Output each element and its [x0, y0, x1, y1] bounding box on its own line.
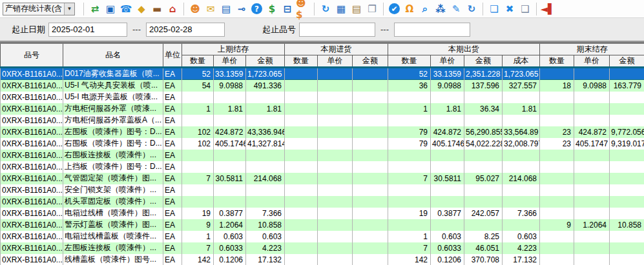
lock-key-icon[interactable]: ◆: [134, 2, 149, 16]
cell-in-2: [353, 80, 388, 92]
cell-out-0: [388, 115, 431, 126]
date-to-input[interactable]: [146, 23, 225, 37]
table-row[interactable]: 0XRX-B1161A0...D017油雾收集器盖板（喷...EA5233.13…: [1, 68, 644, 80]
column-header-in-1[interactable]: 单价: [318, 55, 353, 68]
bell-icon[interactable]: Ω: [402, 2, 417, 16]
phone-icon[interactable]: ☎: [119, 2, 133, 16]
cell-prev-1: [214, 161, 246, 173]
archive-box-icon[interactable]: ▤: [349, 2, 364, 16]
cell-code: 0XRX-B1161A0...: [1, 208, 63, 219]
column-header-name[interactable]: 品名: [63, 43, 163, 68]
cell-out-0: [388, 150, 431, 161]
cell-out-1: [431, 219, 464, 231]
check-icon[interactable]: ✔: [389, 3, 400, 14]
table-row[interactable]: 0XRX-B1161A0...方电柜伺服器外罩盖板A（...EA: [1, 115, 644, 126]
table-row[interactable]: 0XRX-B1161A0...警示灯盖板（喷漆件）图...EA91.206410…: [1, 219, 644, 231]
person-dollar-icon[interactable]: ☻$: [296, 2, 310, 16]
monitor-icon[interactable]: ▣: [103, 2, 118, 16]
date-from-input[interactable]: [48, 23, 127, 37]
cell-out-3: 7.366: [503, 208, 540, 219]
column-header-prev-2[interactable]: 金额: [246, 55, 285, 68]
cell-in-0: [285, 184, 318, 196]
column-header-out-2[interactable]: 金额: [464, 55, 503, 68]
column-header-code[interactable]: 品号: [1, 43, 63, 68]
table-row[interactable]: 0XRX-B1161A0...U5-I 气动夹具安装板（喷...EA549.09…: [1, 80, 644, 92]
column-header-out-3[interactable]: 成本: [503, 55, 540, 68]
cell-in-1: [318, 208, 353, 219]
cell-prev-0: [182, 115, 214, 126]
table-row[interactable]: 0XRX-B1161A0...左围板（喷漆件）图号：D...EA102424.8…: [1, 126, 644, 138]
help-icon[interactable]: ?: [251, 3, 262, 14]
exit-icon[interactable]: ◄▌: [541, 2, 555, 16]
table-row[interactable]: 0XRX-B1161A0...右围板连接板（喷漆件）...EA: [1, 150, 644, 161]
table-header: 品号品名单位上期结存本期进货本期出货期末结存数量单价金额数量单价金额数量单价金额…: [1, 43, 644, 68]
cell-out-1: 1.81: [431, 103, 464, 115]
column-header-prev-0[interactable]: 数量: [182, 55, 214, 68]
table-row[interactable]: 0XRX-B1161A0...机头罩固定板（喷漆件）...EA: [1, 196, 644, 208]
column-header-prev-1[interactable]: 单价: [214, 55, 246, 68]
table-row[interactable]: 0XRX-B1161A0...线槽盖板（喷漆件）图号...EA1420.1206…: [1, 254, 644, 265]
cell-in-2: [353, 103, 388, 115]
search-doc-icon[interactable]: ⌕: [418, 2, 432, 16]
users-icon[interactable]: ☻: [188, 2, 202, 16]
column-header-end-1[interactable]: 单价: [574, 55, 610, 68]
transfer-icon[interactable]: ⇄: [88, 2, 102, 16]
column-header-end-0[interactable]: 数量: [540, 55, 574, 68]
column-header-in-0[interactable]: 数量: [285, 55, 318, 68]
key-icon[interactable]: ⊸: [234, 2, 249, 16]
cell-prev-0: 142: [182, 254, 214, 265]
cell-end-2: [610, 68, 644, 80]
table-row[interactable]: 0XRX-B1161A0...右围板（喷漆件）图号：D...EA102405.1…: [1, 138, 644, 150]
column-header-in-2[interactable]: 金额: [353, 55, 388, 68]
report-type-dropdown[interactable]: 产销存统计表(含 ▼: [3, 3, 75, 15]
monitor-edit-icon[interactable]: ✎: [449, 2, 463, 16]
cell-out-2: [464, 219, 503, 231]
cell-in-0: [285, 173, 318, 184]
cell-unit: EA: [163, 138, 182, 150]
cell-in-0: [285, 208, 318, 219]
cell-prev-2: 4.223: [246, 242, 285, 254]
refresh-icon[interactable]: ↻: [464, 2, 479, 16]
table-row[interactable]: 0XRX-B1161A0...气管固定架（喷漆件）图...EA730.58112…: [1, 173, 644, 184]
copy-icon[interactable]: ❐: [365, 2, 379, 16]
table-row[interactable]: 0XRX-B1161A0...U5-I 电源开关盖板（喷漆...EA: [1, 92, 644, 103]
cell-prev-1: 0.603: [214, 231, 246, 242]
calculator-icon[interactable]: ▦: [334, 2, 348, 16]
home-icon[interactable]: ⌂: [165, 2, 180, 16]
cell-in-2: [353, 231, 388, 242]
cell-out-1: [431, 92, 464, 103]
table-row[interactable]: 0XRX-B1161A0...方电柜伺服器外罩（喷漆...EA11.811.81…: [1, 103, 644, 115]
dollar-icon[interactable]: $: [265, 2, 279, 16]
toolbar: 产销存统计表(含 ▼ ⇄▣☎◆▬⌂☻✉▤⊸?$⊟☻$↻▦▤❐✔Ω⌕⁂✎↻❏✖❑◄…: [0, 0, 644, 18]
report-refresh-icon[interactable]: ↻: [318, 2, 333, 16]
table-row[interactable]: 0XRX-B1161A0...电箱过线槽盖板（喷漆件...EA10.6030.6…: [1, 231, 644, 242]
cell-end-1: 9.0988: [574, 80, 610, 92]
cell-out-0: 7: [388, 173, 431, 184]
restore-window-icon[interactable]: ❏: [487, 2, 501, 16]
notebook-icon[interactable]: ▤: [219, 2, 233, 16]
item-to-input[interactable]: [394, 23, 470, 37]
cell-in-2: [353, 219, 388, 231]
cell-end-1: [574, 254, 610, 265]
column-header-out-1[interactable]: 单价: [431, 55, 464, 68]
item-from-input[interactable]: [299, 23, 375, 37]
column-header-end-2[interactable]: 金额: [610, 55, 644, 68]
cell-unit: EA: [163, 173, 182, 184]
cascade-windows-icon[interactable]: ❑: [518, 2, 532, 16]
chevron-down-icon[interactable]: ▼: [64, 3, 74, 15]
item-range-separator: ---: [380, 25, 389, 34]
cart-icon[interactable]: ⊟: [280, 2, 295, 16]
cell-prev-0: 102: [182, 126, 214, 138]
cell-end-2: [610, 150, 644, 161]
table-row[interactable]: 0XRX-B1161A0...上挡板（喷漆件）图号：D...EA: [1, 161, 644, 173]
table-row[interactable]: 0XRX-B1161A0...左围板连接板（喷漆件）...EA70.60334.…: [1, 242, 644, 254]
mail-icon[interactable]: ✉: [203, 2, 218, 16]
cell-unit: EA: [163, 115, 182, 126]
column-header-unit[interactable]: 单位: [163, 43, 182, 68]
sitemap-icon[interactable]: ⁂: [433, 2, 448, 16]
column-header-out-0[interactable]: 数量: [388, 55, 431, 68]
close-icon[interactable]: ✖: [503, 2, 517, 16]
briefcase-icon[interactable]: ▬: [150, 2, 164, 16]
table-row[interactable]: 0XRX-B1161A0...电箱过线槽（喷漆件）图...EA190.38777…: [1, 208, 644, 219]
table-row[interactable]: 0XRX-B1161A0...安全门锁支架（喷漆件）...EA: [1, 184, 644, 196]
